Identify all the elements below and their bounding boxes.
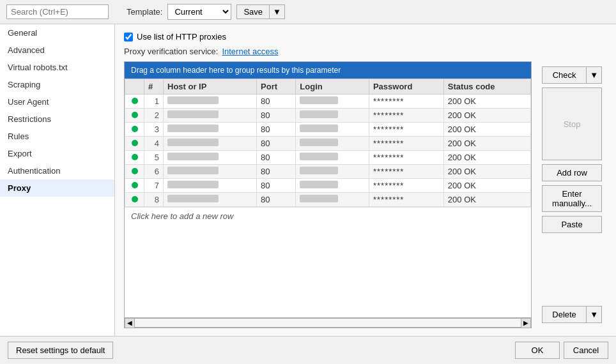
- row-password-1: ********: [369, 95, 443, 109]
- row-host-3: [164, 123, 257, 137]
- ok-button[interactable]: OK: [515, 342, 560, 359]
- col-header-login[interactable]: Login: [296, 79, 369, 95]
- spacer: [542, 237, 602, 302]
- row-password-7: ********: [369, 179, 443, 193]
- proxy-service-row: Proxy verification service: Internet acc…: [124, 47, 607, 56]
- row-status-8: 200 OK: [443, 193, 530, 207]
- row-port-7: 80: [257, 179, 296, 193]
- sidebar-item-export[interactable]: Export: [0, 145, 114, 162]
- bottom-bar: Reset settings to default OK Cancel: [0, 336, 616, 364]
- table-row[interactable]: 3 80 ******** 200 OK: [125, 123, 531, 137]
- horizontal-scrollbar[interactable]: ◀ ▶: [125, 317, 531, 328]
- row-port-2: 80: [257, 109, 296, 123]
- use-http-proxies-label: Use list of HTTP proxies: [137, 32, 226, 42]
- row-port-3: 80: [257, 123, 296, 137]
- template-select[interactable]: Current: [167, 4, 231, 20]
- row-status-2: 200 OK: [443, 109, 530, 123]
- sidebar-item-restrictions[interactable]: Restrictions: [0, 110, 114, 128]
- row-host-6: [164, 165, 257, 179]
- row-num-4: 4: [144, 137, 164, 151]
- row-password-5: ********: [369, 151, 443, 165]
- add-row-button[interactable]: Add row: [542, 164, 602, 181]
- table-row[interactable]: 6 80 ******** 200 OK: [125, 165, 531, 179]
- col-header-dot[interactable]: [125, 79, 144, 95]
- row-password-8: ********: [369, 193, 443, 207]
- sidebar-item-user-agent[interactable]: User Agent: [0, 93, 114, 110]
- table-row[interactable]: 4 80 ******** 200 OK: [125, 137, 531, 151]
- row-num-7: 7: [144, 179, 164, 193]
- save-dropdown-arrow[interactable]: ▼: [270, 4, 285, 19]
- sidebar-item-advanced[interactable]: Advanced: [0, 42, 114, 59]
- row-dot-5: [125, 151, 144, 165]
- table-row[interactable]: 2 80 ******** 200 OK: [125, 109, 531, 123]
- scroll-left-arrow[interactable]: ◀: [125, 318, 135, 328]
- scroll-right-arrow[interactable]: ▶: [521, 318, 531, 328]
- sidebar-item-general[interactable]: General: [0, 24, 114, 42]
- row-dot-1: [125, 95, 144, 109]
- table-row[interactable]: 7 80 ******** 200 OK: [125, 179, 531, 193]
- internet-access-link[interactable]: Internet access: [222, 47, 278, 56]
- row-status-4: 200 OK: [443, 137, 530, 151]
- row-dot-3: [125, 123, 144, 137]
- ok-cancel-group: OK Cancel: [515, 342, 608, 359]
- row-login-6: [296, 165, 369, 179]
- row-host-4: [164, 137, 257, 151]
- table-row[interactable]: 1 80 ******** 200 OK: [125, 95, 531, 109]
- row-host-1: [164, 95, 257, 109]
- row-num-8: 8: [144, 193, 164, 207]
- main-panel: Use list of HTTP proxies Proxy verificat…: [115, 24, 616, 336]
- cancel-button[interactable]: Cancel: [564, 342, 608, 359]
- scroll-track[interactable]: [135, 318, 521, 328]
- table-and-buttons: Drag a column header here to group resul…: [124, 61, 607, 328]
- col-header-host[interactable]: Host or IP: [164, 79, 257, 95]
- sidebar-item-rules[interactable]: Rules: [0, 128, 114, 145]
- row-host-8: [164, 193, 257, 207]
- row-password-2: ********: [369, 109, 443, 123]
- row-port-8: 80: [257, 193, 296, 207]
- row-port-4: 80: [257, 137, 296, 151]
- check-button-group: Check ▼: [542, 66, 602, 84]
- row-login-8: [296, 193, 369, 207]
- row-num-5: 5: [144, 151, 164, 165]
- row-status-3: 200 OK: [443, 123, 530, 137]
- proxy-table: # Host or IP Port Login Password Status …: [125, 79, 531, 207]
- top-bar: Template: Current Save ▼: [0, 0, 616, 24]
- col-header-num[interactable]: #: [144, 79, 164, 95]
- right-panel: Check ▼ Stop Add row Enter manually... P…: [537, 61, 607, 328]
- row-num-1: 1: [144, 95, 164, 109]
- row-num-3: 3: [144, 123, 164, 137]
- sidebar-item-proxy[interactable]: Proxy: [0, 179, 114, 197]
- row-status-7: 200 OK: [443, 179, 530, 193]
- row-dot-2: [125, 109, 144, 123]
- paste-button[interactable]: Paste: [542, 216, 602, 233]
- use-http-proxies-checkbox[interactable]: [124, 33, 133, 42]
- check-dropdown-arrow[interactable]: ▼: [587, 66, 602, 84]
- table-row[interactable]: 8 80 ******** 200 OK: [125, 193, 531, 207]
- check-button[interactable]: Check: [542, 66, 587, 84]
- delete-button-group: Delete ▼: [542, 306, 602, 323]
- row-host-5: [164, 151, 257, 165]
- row-dot-6: [125, 165, 144, 179]
- save-button[interactable]: Save: [236, 4, 270, 19]
- row-login-5: [296, 151, 369, 165]
- sidebar-item-virtual-robots[interactable]: Virtual robots.txt: [0, 59, 114, 76]
- stop-button[interactable]: Stop: [542, 87, 602, 160]
- delete-button[interactable]: Delete: [542, 306, 587, 323]
- sidebar-item-scraping[interactable]: Scraping: [0, 76, 114, 93]
- table-wrapper[interactable]: # Host or IP Port Login Password Status …: [125, 79, 531, 317]
- row-port-1: 80: [257, 95, 296, 109]
- col-header-port[interactable]: Port: [257, 79, 296, 95]
- delete-dropdown-arrow[interactable]: ▼: [587, 306, 602, 323]
- row-login-1: [296, 95, 369, 109]
- use-http-proxies-row: Use list of HTTP proxies: [124, 32, 607, 42]
- col-header-status[interactable]: Status code: [443, 79, 530, 95]
- sidebar-item-authentication[interactable]: Authentication: [0, 162, 114, 179]
- proxy-table-container: Drag a column header here to group resul…: [124, 61, 532, 328]
- col-header-password[interactable]: Password: [369, 79, 443, 95]
- add-row-text[interactable]: Click here to add a new row: [125, 207, 531, 225]
- search-input[interactable]: [6, 4, 109, 19]
- enter-manually-button[interactable]: Enter manually...: [542, 185, 602, 212]
- table-row[interactable]: 5 80 ******** 200 OK: [125, 151, 531, 165]
- template-label: Template:: [127, 7, 162, 17]
- reset-button[interactable]: Reset settings to default: [8, 342, 113, 359]
